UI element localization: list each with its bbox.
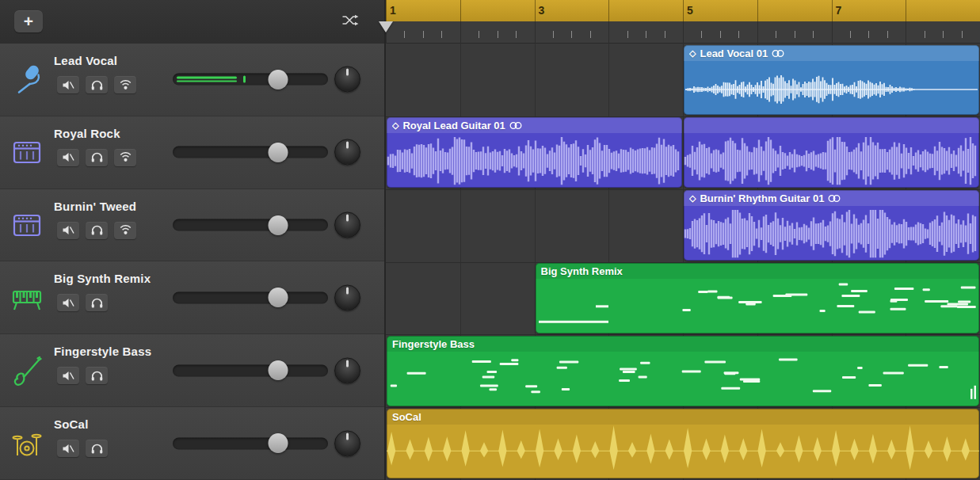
input-monitoring-button[interactable] — [114, 149, 136, 166]
mute-button[interactable] — [57, 294, 79, 311]
mute-button[interactable] — [57, 367, 79, 384]
track-name: Fingerstyle Bass — [54, 345, 151, 358]
beat-tick — [868, 31, 869, 38]
beat-tick — [776, 31, 776, 38]
pan-knob[interactable] — [334, 67, 360, 93]
beat-tick — [498, 31, 498, 38]
volume-slider-thumb[interactable] — [269, 360, 288, 380]
track-toolbar: + — [0, 0, 384, 44]
headphones-button[interactable] — [86, 367, 108, 384]
headphones-icon — [91, 80, 103, 90]
mute-button[interactable] — [57, 76, 79, 93]
region-name: Burnin' Rhythm Guitar 01 — [700, 192, 824, 204]
track-lanes: ◇Lead Vocal 01◇Royal Lead Guitar 01◇Burn… — [386, 44, 980, 480]
volume-slider-thumb[interactable] — [269, 70, 288, 90]
beat-tick — [701, 31, 702, 38]
pan-knob[interactable] — [334, 284, 360, 310]
headphones-button[interactable] — [86, 440, 108, 457]
volume-slider[interactable] — [173, 219, 328, 231]
headphones-button[interactable] — [86, 222, 108, 239]
volume-slider[interactable] — [173, 291, 328, 303]
beat-tick — [516, 31, 517, 38]
track-header[interactable]: Lead Vocal — [0, 44, 384, 116]
beat-tick — [571, 31, 572, 38]
beat-tick — [665, 31, 665, 38]
mute-button[interactable] — [57, 440, 79, 457]
input-monitoring-button[interactable] — [114, 76, 136, 93]
mute-button[interactable] — [57, 149, 79, 166]
headphones-icon — [91, 444, 103, 454]
add-track-button[interactable]: + — [14, 10, 43, 32]
pan-knob-notch — [346, 69, 349, 76]
track-name: Burnin' Tweed — [54, 200, 136, 213]
beat-tick — [757, 21, 758, 44]
track-header[interactable]: Burnin' Tweed — [0, 189, 384, 262]
track-header[interactable]: SoCal — [0, 407, 384, 480]
beat-tick — [404, 31, 405, 38]
volume-slider[interactable] — [173, 147, 328, 158]
beat-tick — [943, 31, 944, 38]
headphones-icon — [91, 298, 103, 308]
midi-region[interactable]: Fingerstyle Bass — [387, 336, 979, 406]
playhead-catch-button[interactable] — [340, 14, 360, 29]
beat-tick — [720, 31, 721, 38]
beat-tick — [832, 21, 833, 44]
pan-knob[interactable] — [334, 212, 360, 238]
timeline-area: 1357 ◇Lead Vocal 01◇Royal Lead Guitar 01… — [386, 0, 980, 480]
region-label: Big Synth Remix — [541, 265, 975, 278]
headphones-button[interactable] — [86, 149, 108, 166]
mute-button[interactable] — [57, 222, 79, 239]
audio-region[interactable] — [684, 117, 979, 188]
volume-slider[interactable] — [173, 364, 328, 376]
audio-region[interactable]: ◇Lead Vocal 01 — [684, 45, 979, 116]
beat-tick — [795, 31, 795, 38]
pan-knob[interactable] — [334, 357, 360, 383]
midi-region[interactable]: Big Synth Remix — [536, 263, 980, 333]
headphones-button[interactable] — [86, 294, 108, 311]
track-header[interactable]: Big Synth Remix — [0, 261, 384, 334]
transpose-diamond-icon: ◇ — [689, 49, 696, 58]
volume-slider-thumb[interactable] — [269, 433, 288, 453]
ruler-measure-number: 1 — [390, 4, 396, 17]
region-label: ◇Royal Lead Guitar 01 — [392, 119, 677, 132]
volume-slider[interactable] — [173, 437, 328, 449]
playhead[interactable] — [379, 21, 393, 32]
pan-knob-notch — [346, 287, 349, 294]
ruler-measure-number: 7 — [836, 4, 842, 17]
mute-icon — [62, 152, 74, 162]
ruler-ticks[interactable] — [386, 21, 980, 44]
ruler[interactable]: 1357 — [386, 0, 980, 21]
region-name: Fingerstyle Bass — [392, 338, 475, 350]
amp-icon — [9, 134, 45, 170]
volume-slider[interactable] — [173, 74, 328, 86]
headphones-icon — [91, 225, 103, 235]
pan-knob[interactable] — [334, 430, 360, 456]
region-name: Big Synth Remix — [541, 265, 623, 277]
track-header[interactable]: Fingerstyle Bass — [0, 334, 384, 407]
ruler-measure-line — [535, 0, 536, 21]
ruler-measure-line — [906, 0, 906, 21]
volume-slider-thumb[interactable] — [269, 288, 288, 307]
beat-tick — [738, 31, 739, 38]
region-label: SoCal — [392, 410, 974, 424]
track-list: Lead Vocal Royal Rock — [0, 44, 384, 480]
pan-knob[interactable] — [334, 139, 360, 166]
input-monitoring-button[interactable] — [114, 222, 136, 239]
beat-tick — [813, 31, 814, 38]
beat-tick — [627, 31, 628, 38]
ruler-measure-line — [460, 0, 461, 21]
audio-region[interactable]: ◇Burnin' Rhythm Guitar 01 — [684, 190, 979, 261]
track-buttons — [57, 222, 136, 239]
beat-tick — [441, 31, 442, 38]
track-name: SoCal — [54, 417, 89, 431]
audio-region[interactable]: ◇Royal Lead Guitar 01 — [387, 117, 682, 188]
beat-tick — [683, 21, 684, 44]
track-header-panel: + Lead Vocal Royal Rock — [0, 0, 384, 480]
volume-slider-thumb[interactable] — [269, 215, 288, 235]
drummer-region[interactable]: SoCal — [387, 409, 979, 479]
headphones-button[interactable] — [86, 76, 108, 93]
mute-icon — [62, 80, 74, 90]
ruler-measure-line — [608, 0, 609, 21]
track-header[interactable]: Royal Rock — [0, 116, 384, 189]
volume-slider-thumb[interactable] — [269, 143, 288, 162]
